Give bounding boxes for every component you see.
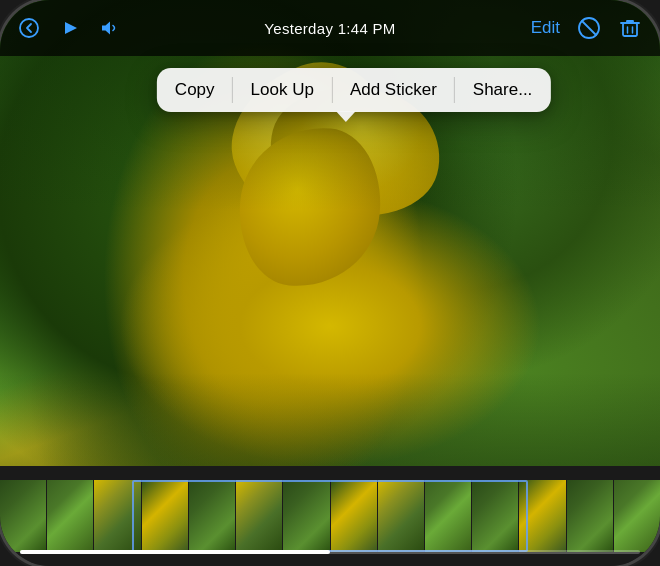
edit-button[interactable]: Edit [531, 18, 560, 38]
film-frames [0, 476, 660, 556]
film-frame [0, 480, 46, 552]
film-frame [94, 480, 140, 552]
svg-marker-1 [65, 22, 77, 34]
film-frame [47, 480, 93, 552]
context-menu-copy[interactable]: Copy [157, 68, 233, 112]
context-menu: Copy Look Up Add Sticker Share... [157, 68, 551, 112]
top-bar-left [18, 17, 226, 39]
svg-line-3 [582, 21, 596, 35]
film-frame [331, 480, 377, 552]
phone-frame: Yesterday 1:44 PM Edit [0, 0, 660, 566]
top-bar-center: Yesterday 1:44 PM [226, 20, 434, 37]
film-frame [425, 480, 471, 552]
film-frame [142, 480, 188, 552]
timestamp: Yesterday 1:44 PM [264, 20, 395, 37]
film-frame [189, 480, 235, 552]
play-icon[interactable] [58, 17, 80, 39]
film-frame [378, 480, 424, 552]
context-menu-add-sticker[interactable]: Add Sticker [332, 68, 455, 112]
film-frame [519, 480, 565, 552]
film-frame [472, 480, 518, 552]
film-strip [0, 466, 660, 566]
mute-icon[interactable] [98, 17, 120, 39]
film-frame [567, 480, 613, 552]
svg-point-0 [20, 19, 38, 37]
film-frame [614, 480, 660, 552]
progress-bar[interactable] [20, 550, 640, 554]
film-frame [236, 480, 282, 552]
trash-icon[interactable] [618, 16, 642, 40]
top-bar: Yesterday 1:44 PM Edit [0, 0, 660, 56]
no-sign-icon[interactable] [576, 15, 602, 41]
film-frame [283, 480, 329, 552]
context-menu-share[interactable]: Share... [455, 68, 551, 112]
back-icon[interactable] [18, 17, 40, 39]
context-menu-look-up[interactable]: Look Up [233, 68, 332, 112]
svg-rect-4 [623, 23, 637, 36]
progress-fill [20, 550, 330, 554]
top-bar-right: Edit [434, 15, 642, 41]
